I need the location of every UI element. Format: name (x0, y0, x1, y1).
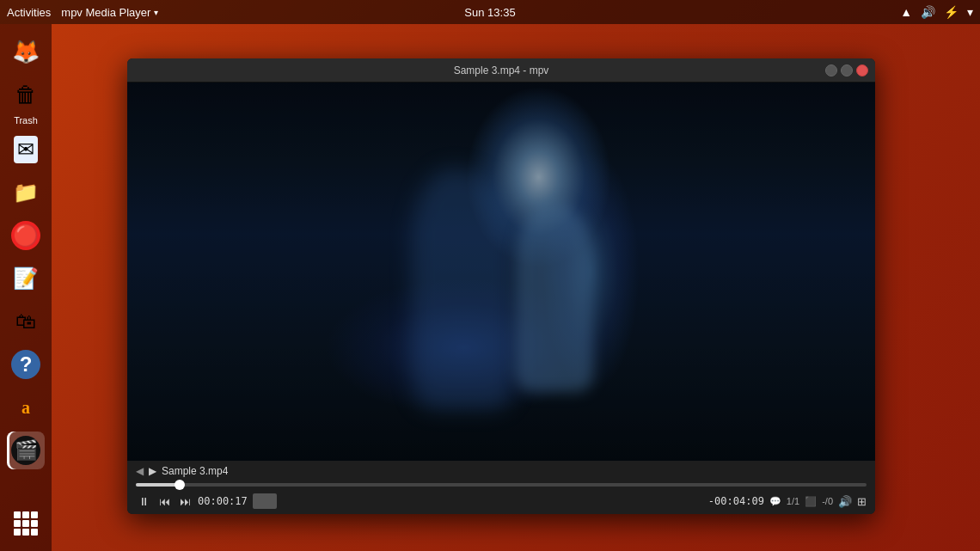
sidebar-item-mail[interactable]: ✉ (7, 131, 45, 168)
topbar: Activities mpv Media Player ▾ Sun 13:35 … (0, 0, 980, 24)
sidebar-item-files[interactable]: 📁 (7, 174, 45, 211)
sidebar: 🦊 🗑 Trash ✉ 📁 🔴 📝 🛍 ? a 🎬 (0, 24, 52, 551)
controls-bar: ◀ ▶ Sample 3.mp4 ⏸ ⏮ ⏭ 00:00:17 -00:04:0… (127, 461, 875, 514)
settings-button[interactable]: ⊞ (857, 495, 867, 508)
mpv-titlebar: Sample 3.mp4 - mpv (127, 58, 875, 83)
window-maximize-button[interactable] (841, 64, 853, 77)
screen-info: ⬛ (805, 496, 817, 507)
next-track-button[interactable]: ⏭ (177, 493, 193, 509)
apps-grid-button[interactable] (7, 505, 45, 542)
sidebar-item-help[interactable]: ? (7, 346, 45, 383)
sidebar-item-rhythmbox[interactable]: 🔴 (7, 217, 45, 254)
activities-button[interactable]: Activities (7, 6, 51, 19)
volume-status-icon[interactable]: 🔊 (921, 5, 935, 19)
sidebar-item-firefox[interactable]: 🦊 (7, 33, 45, 70)
video-area[interactable] (127, 83, 875, 461)
video-dark-overlay (127, 83, 875, 461)
progress-fill (136, 483, 180, 487)
mpv-window: Sample 3.mp4 - mpv ◀ ▶ Sample 3.mp4 (127, 58, 875, 514)
sidebar-item-libreoffice[interactable]: 📝 (7, 260, 45, 297)
mpv-window-title: Sample 3.mp4 - mpv (454, 64, 549, 77)
wifi-icon: ▲ (900, 5, 912, 19)
prev-track-button[interactable]: ⏮ (156, 493, 172, 509)
progress-row[interactable] (127, 481, 875, 489)
app-name-label[interactable]: mpv Media Player ▾ (61, 6, 158, 19)
topbar-left: Activities mpv Media Player ▾ (7, 6, 158, 19)
thumb-indicator (253, 493, 277, 509)
progress-track[interactable] (136, 483, 867, 487)
time-remaining: -00:04:09 (708, 495, 764, 507)
volume-button[interactable]: 🔊 (838, 495, 852, 508)
sidebar-item-mpv[interactable]: 🎬 (7, 432, 45, 469)
nav-next-button[interactable]: ▶ (149, 465, 156, 477)
bottom-controls: ⏸ ⏮ ⏭ 00:00:17 -00:04:09 💬 1/1 ⬛ -/0 🔊 ⊞ (127, 489, 875, 513)
filename-row: ◀ ▶ Sample 3.mp4 (127, 462, 875, 481)
progress-thumb (175, 480, 185, 490)
system-menu-icon[interactable]: ▾ (967, 5, 973, 19)
sidebar-item-trash[interactable]: 🗑 Trash (7, 76, 45, 126)
window-minimize-button[interactable] (825, 64, 837, 77)
sidebar-item-amazon[interactable]: a (7, 389, 45, 426)
playlist-info: 1/1 (787, 496, 799, 506)
window-controls (825, 64, 868, 77)
filename-label: Sample 3.mp4 (162, 465, 228, 477)
sidebar-item-appstore[interactable]: 🛍 (7, 303, 45, 340)
power-icon[interactable]: ⚡ (944, 5, 959, 19)
chat-icon[interactable]: 💬 (769, 496, 781, 507)
topbar-right: ▲ 🔊 ⚡ ▾ (900, 5, 973, 19)
time-current: 00:00:17 (198, 495, 248, 507)
apps-grid-icon (14, 511, 38, 536)
topbar-clock: Sun 13:35 (464, 6, 515, 19)
nav-prev-button[interactable]: ◀ (136, 465, 144, 477)
trash-label: Trash (14, 115, 38, 126)
play-pause-button[interactable]: ⏸ (136, 493, 151, 509)
screen-ratio-info: -/0 (822, 496, 833, 506)
window-close-button[interactable] (856, 64, 868, 77)
